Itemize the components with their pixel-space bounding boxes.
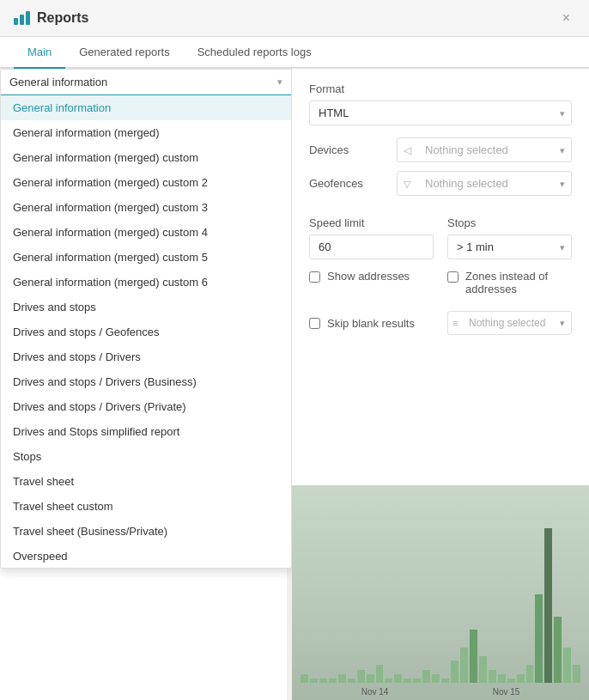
skip-blank-label: Skip blank results [327, 317, 415, 330]
stops-select[interactable]: > 1 min [447, 234, 572, 259]
chart-icon [14, 11, 30, 25]
chart-bar [338, 674, 346, 683]
location-icon: ◁ [404, 144, 411, 156]
dropdown-item[interactable]: General information (merged) [1, 120, 291, 145]
chart-bar [489, 670, 496, 683]
modal-header: Reports × [0, 0, 589, 37]
dropdown-item[interactable]: General information (merged) custom 5 [1, 245, 291, 270]
nothing-selected-select[interactable]: Nothing selected [447, 311, 572, 335]
modal-title: Reports [37, 10, 557, 26]
skip-blank-checkbox[interactable] [309, 318, 320, 329]
format-select[interactable]: HTML [309, 100, 572, 125]
stops-group: Stops > 1 min ▾ [447, 216, 572, 259]
tab-generated[interactable]: Generated reports [65, 37, 184, 69]
dropdown-item[interactable]: Drives and stops / Drivers [1, 344, 291, 369]
stops-select-wrapper: > 1 min ▾ [447, 234, 572, 259]
chart-bar [441, 679, 449, 683]
chart-bar [385, 679, 392, 683]
chart-bar [319, 679, 327, 683]
map-background: Nov 14 Nov 15 [292, 485, 589, 700]
chart-labels: Nov 14 Nov 15 [292, 687, 589, 697]
chart-bar [573, 665, 580, 683]
chart-bar [301, 674, 308, 683]
dropdown-item[interactable]: General information (merged) custom 4 [1, 220, 291, 245]
chart-bar [432, 674, 440, 683]
tab-scheduled[interactable]: Scheduled reports logs [184, 37, 325, 69]
chart-bar [470, 630, 477, 683]
menu-icon: ≡ [452, 318, 458, 328]
geofences-select[interactable]: Nothing selected [397, 171, 572, 196]
dropdown-item[interactable]: General information (merged) custom 2 [1, 170, 291, 195]
chart-bar [413, 679, 421, 683]
zones-checkbox[interactable] [447, 271, 458, 283]
format-select-wrapper: HTML ▾ [309, 100, 572, 125]
speed-limit-group: Speed limit [309, 216, 434, 259]
show-addresses-row: Show addresses [309, 270, 434, 295]
speed-limit-label: Speed limit [309, 216, 434, 229]
chart-bar [554, 617, 562, 683]
reports-modal: Reports × Main Generated reports Schedul… [0, 0, 589, 700]
format-label: Format [309, 82, 572, 95]
filter-icon: ▽ [404, 178, 410, 189]
chart-label-nov14: Nov 14 [361, 687, 389, 697]
dropdown-item[interactable]: General information [1, 95, 291, 120]
zones-row: Zones instead of addresses [447, 270, 572, 295]
chart-bar [563, 648, 571, 683]
options-row: Speed limit Stops > 1 min ▾ [309, 216, 572, 259]
tab-main[interactable]: Main [14, 37, 65, 69]
devices-label: Devices [309, 143, 386, 156]
dropdown-item[interactable]: Travel sheet custom [1, 494, 291, 519]
chart-bar [404, 679, 411, 683]
dropdown-item[interactable]: Drives and stops / Drivers (Private) [1, 394, 291, 419]
chart-bar [376, 665, 384, 683]
nothing-selected-wrapper: Nothing selected ≡ ▾ [447, 311, 572, 335]
dropdown-selected-value: General information [9, 76, 107, 88]
bar-chart [301, 528, 580, 700]
dropdown-item[interactable]: General information (merged) custom [1, 145, 291, 170]
dropdown-list: General informationGeneral information (… [1, 95, 291, 568]
chevron-down-icon: ▾ [277, 76, 282, 88]
close-button[interactable]: × [557, 9, 575, 27]
chart-bar [367, 674, 374, 683]
chart-bar [498, 674, 506, 683]
modal-body: Title Type General information ▾ General… [0, 69, 589, 700]
chart-bar [310, 679, 318, 683]
show-addresses-label: Show addresses [327, 270, 410, 283]
dropdown-item[interactable]: Drives and stops [1, 295, 291, 320]
geofences-row: Geofences ▽ Nothing selected ▾ [309, 171, 572, 196]
dropdown-trigger[interactable]: General information ▾ [1, 70, 291, 95]
chart-bar [348, 679, 355, 683]
chart-bar [517, 674, 525, 683]
chart-bar [544, 528, 552, 683]
stops-label: Stops [447, 216, 572, 229]
devices-select-wrapper: ◁ Nothing selected ▾ [397, 137, 572, 162]
geofences-select-wrapper: ▽ Nothing selected ▾ [397, 171, 572, 196]
dropdown-item[interactable]: Travel sheet [1, 469, 291, 494]
zones-label: Zones instead of addresses [465, 270, 572, 295]
dropdown-item[interactable]: Overspeed [1, 544, 291, 568]
chart-bar [535, 594, 543, 683]
dropdown-item[interactable]: Stops [1, 444, 291, 469]
dropdown-item[interactable]: Drives and stops / Geofences [1, 320, 291, 344]
geofences-label: Geofences [309, 177, 386, 190]
dropdown-item[interactable]: Travel sheet (Business/Private) [1, 519, 291, 544]
skip-blank-row: Skip blank results [309, 311, 434, 335]
chart-bar [479, 656, 487, 683]
dropdown-item[interactable]: Drives and stops / Drivers (Business) [1, 369, 291, 394]
chart-bar [357, 670, 365, 683]
chart-bar [526, 665, 534, 683]
type-dropdown: General information ▾ General informatio… [0, 69, 292, 569]
chart-label-nov15: Nov 15 [493, 687, 520, 697]
show-addresses-checkbox[interactable] [309, 271, 320, 283]
dropdown-item[interactable]: Drives and Stops simplified report [1, 419, 291, 444]
chart-bar [507, 679, 515, 683]
chart-area [292, 485, 589, 700]
dropdown-item[interactable]: General information (merged) custom 6 [1, 270, 291, 295]
devices-select[interactable]: Nothing selected [397, 137, 572, 162]
speed-limit-input[interactable] [309, 234, 434, 259]
dropdown-item[interactable]: General information (merged) custom 3 [1, 195, 291, 220]
right-panel: Format HTML ▾ Devices ◁ Nothing selected… [292, 69, 589, 357]
chart-bar [394, 674, 402, 683]
chart-bar [451, 660, 458, 683]
chart-bar [460, 648, 468, 683]
